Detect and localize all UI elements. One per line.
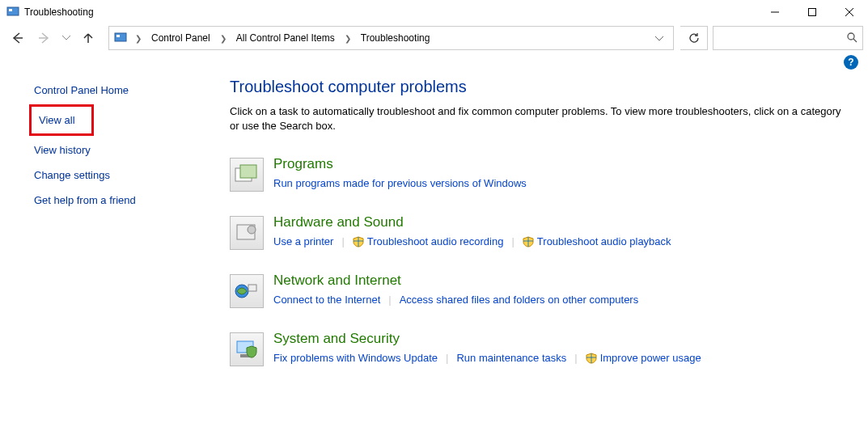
task-link[interactable]: Improve power usage xyxy=(586,352,701,364)
category-title[interactable]: Programs xyxy=(273,156,849,172)
shield-icon xyxy=(353,236,364,247)
sidebar: Control Panel Home View all View history… xyxy=(0,73,210,389)
maximize-button[interactable] xyxy=(794,0,831,24)
separator: | xyxy=(333,235,352,247)
page-description: Click on a task to automatically trouble… xyxy=(230,104,849,133)
breadcrumb-item[interactable]: All Control Panel Items xyxy=(233,29,338,47)
chevron-right-icon[interactable]: ❯ xyxy=(132,34,145,43)
svg-rect-9 xyxy=(116,35,120,37)
category-system-security: System and Security Fix problems with Wi… xyxy=(230,331,849,366)
close-button[interactable] xyxy=(831,0,868,24)
task-link[interactable]: Troubleshoot audio recording xyxy=(353,235,504,247)
programs-icon xyxy=(230,158,264,192)
content-area: Control Panel Home View all View history… xyxy=(0,70,868,389)
refresh-button[interactable] xyxy=(680,26,708,50)
svg-point-15 xyxy=(248,226,256,234)
back-button[interactable] xyxy=(5,26,29,50)
hardware-icon xyxy=(230,216,264,250)
help-row: ? xyxy=(0,52,868,70)
category-network-internet: Network and Internet Connect to the Inte… xyxy=(230,273,849,308)
task-link[interactable]: Use a printer xyxy=(273,235,333,247)
svg-rect-1 xyxy=(9,9,12,11)
security-icon xyxy=(230,332,264,366)
task-link[interactable]: Run programs made for previous versions … xyxy=(273,177,527,189)
page-heading: Troubleshoot computer problems xyxy=(230,78,849,96)
search-icon xyxy=(846,32,857,45)
chevron-right-icon[interactable]: ❯ xyxy=(341,34,354,43)
shield-icon xyxy=(523,236,534,247)
sidebar-link[interactable]: View history xyxy=(29,139,95,161)
shield-icon xyxy=(586,353,597,364)
category-title[interactable]: Hardware and Sound xyxy=(273,214,849,230)
task-link[interactable]: Connect to the Internet xyxy=(273,294,380,306)
separator: | xyxy=(566,352,585,364)
separator: | xyxy=(503,235,522,247)
sidebar-link[interactable]: Control Panel Home xyxy=(29,79,133,101)
sidebar-link[interactable]: Change settings xyxy=(29,164,115,186)
highlight-box: View all xyxy=(29,104,94,136)
svg-rect-17 xyxy=(248,285,256,291)
window-controls xyxy=(756,0,868,24)
category-programs: Programs Run programs made for previous … xyxy=(230,156,849,192)
breadcrumb-dropdown[interactable] xyxy=(649,29,670,47)
help-icon[interactable]: ? xyxy=(844,55,858,70)
search-input[interactable] xyxy=(713,26,863,50)
category-hardware-sound: Hardware and Sound Use a printer | Troub… xyxy=(230,214,849,250)
recent-dropdown[interactable] xyxy=(60,26,73,50)
minimize-button[interactable] xyxy=(756,0,794,24)
task-link[interactable]: Fix problems with Windows Update xyxy=(273,352,438,364)
svg-rect-3 xyxy=(809,9,816,16)
category-title[interactable]: Network and Internet xyxy=(273,273,849,289)
breadcrumb-icon xyxy=(114,32,127,44)
task-link[interactable]: Access shared files and folders on other… xyxy=(400,294,639,306)
breadcrumb[interactable]: ❯ Control Panel ❯ All Control Panel Item… xyxy=(108,26,674,50)
breadcrumb-item[interactable]: Troubleshooting xyxy=(358,29,434,47)
sidebar-link[interactable]: View all xyxy=(34,109,80,131)
svg-rect-13 xyxy=(240,165,256,178)
task-link[interactable]: Troubleshoot audio playback xyxy=(523,235,671,247)
sidebar-item-view-history[interactable]: View history xyxy=(29,139,210,161)
nav-row: ❯ Control Panel ❯ All Control Panel Item… xyxy=(0,24,868,52)
forward-button[interactable] xyxy=(32,26,57,50)
svg-line-11 xyxy=(853,39,857,42)
sidebar-item-change-settings[interactable]: Change settings xyxy=(29,164,210,186)
sidebar-item-get-help[interactable]: Get help from a friend xyxy=(29,189,210,211)
window-title: Troubleshooting xyxy=(24,6,94,18)
separator: | xyxy=(438,352,456,364)
breadcrumb-item[interactable]: Control Panel xyxy=(148,29,214,47)
app-icon xyxy=(6,6,19,19)
main-content: Troubleshoot computer problems Click on … xyxy=(210,73,868,389)
titlebar: Troubleshooting xyxy=(0,0,868,24)
task-link[interactable]: Run maintenance tasks xyxy=(456,352,566,364)
sidebar-link[interactable]: Get help from a friend xyxy=(29,189,141,211)
network-icon xyxy=(230,274,264,308)
category-title[interactable]: System and Security xyxy=(273,331,849,347)
sidebar-item-home[interactable]: Control Panel Home xyxy=(29,79,210,101)
svg-point-10 xyxy=(848,33,854,40)
chevron-right-icon[interactable]: ❯ xyxy=(217,34,230,43)
up-button[interactable] xyxy=(76,26,100,50)
sidebar-item-view-all[interactable]: View all xyxy=(29,104,210,136)
separator: | xyxy=(380,294,399,306)
